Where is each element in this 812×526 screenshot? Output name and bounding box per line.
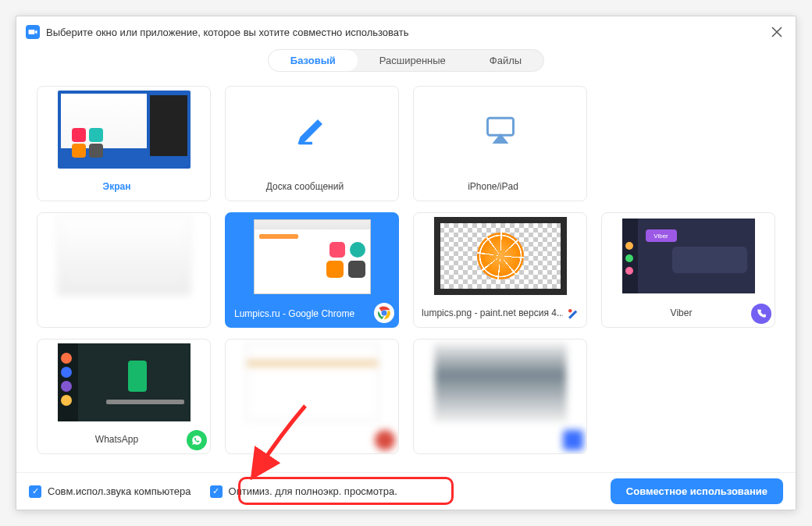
checkmark-icon: ✓ <box>29 485 41 498</box>
card-blurred-app-3[interactable] <box>413 339 587 454</box>
svg-rect-0 <box>487 118 513 135</box>
viber-thumb: Viber <box>602 213 775 299</box>
card-whatsapp-label: WhatsApp <box>37 425 210 453</box>
card-chrome[interactable]: Lumpics.ru - Google Chrome <box>225 212 399 328</box>
checkmark-icon: ✓ <box>210 485 223 498</box>
share-audio-label: Совм.испол.звука компьютера <box>48 485 191 497</box>
window-title: Выберите окно или приложение, которое вы… <box>46 27 409 38</box>
paintnet-thumb <box>414 213 586 299</box>
card-paintnet[interactable]: lumpics.png - paint.net версия 4... <box>413 212 587 328</box>
footer: ✓ Совм.испол.звука компьютера ✓ Оптимиз.… <box>16 472 796 510</box>
card-blurred-app-1[interactable] <box>37 212 211 328</box>
card-chrome-label: Lumpics.ru - Google Chrome <box>226 300 397 328</box>
chrome-icon <box>374 303 394 323</box>
viber-icon <box>751 304 771 324</box>
card-blurred-3-label <box>414 425 586 453</box>
tab-advanced[interactable]: Расширенные <box>358 50 468 71</box>
checkbox-optimize-fullscreen[interactable]: ✓ Оптимиз. для полноэкр. просмотра. <box>210 485 397 498</box>
whiteboard-icon <box>226 87 398 172</box>
tab-basic[interactable]: Базовый <box>269 50 358 71</box>
whatsapp-icon <box>187 430 207 450</box>
zoom-app-icon <box>26 25 40 39</box>
airplay-icon <box>414 87 586 172</box>
card-screen[interactable]: Экран <box>37 86 211 201</box>
optimize-label: Оптимиз. для полноэкр. просмотра. <box>229 485 397 497</box>
card-whatsapp[interactable]: WhatsApp <box>37 339 211 454</box>
blurred-icon-2 <box>375 430 395 450</box>
close-button[interactable] <box>767 23 786 41</box>
svg-point-2 <box>382 311 387 316</box>
screen-thumb <box>37 87 210 172</box>
card-paintnet-label: lumpics.png - paint.net версия 4... <box>414 299 586 327</box>
checkbox-share-audio[interactable]: ✓ Совм.испол.звука компьютера <box>29 485 191 498</box>
svg-point-4 <box>568 309 572 313</box>
card-viber[interactable]: Viber Viber <box>601 212 775 328</box>
chrome-thumb <box>226 214 397 300</box>
blurred-icon-3 <box>563 430 583 450</box>
share-button[interactable]: Совместное использование <box>611 478 783 504</box>
tab-files[interactable]: Файлы <box>468 50 543 71</box>
card-whiteboard[interactable]: Доска сообщений <box>225 86 399 201</box>
share-window: Выберите окно или приложение, которое вы… <box>16 16 796 510</box>
card-whiteboard-label: Доска сообщений <box>226 172 398 201</box>
card-viber-label: Viber <box>602 299 775 327</box>
whatsapp-thumb <box>37 339 210 425</box>
card-blurred-2-label <box>226 425 398 453</box>
card-blurred-app-2[interactable] <box>225 339 399 454</box>
titlebar: Выберите окно или приложение, которое вы… <box>16 16 796 48</box>
paintnet-icon <box>563 304 583 324</box>
card-iphone-label: iPhone/iPad <box>414 172 586 201</box>
share-grid: Экран Доска сообщений iPhone/iPad <box>16 72 796 462</box>
card-iphone[interactable]: iPhone/iPad <box>413 86 587 201</box>
tab-bar: Базовый Расширенные Файлы <box>16 49 796 72</box>
card-screen-label: Экран <box>37 172 210 201</box>
card-blurred-1-label <box>37 299 210 327</box>
